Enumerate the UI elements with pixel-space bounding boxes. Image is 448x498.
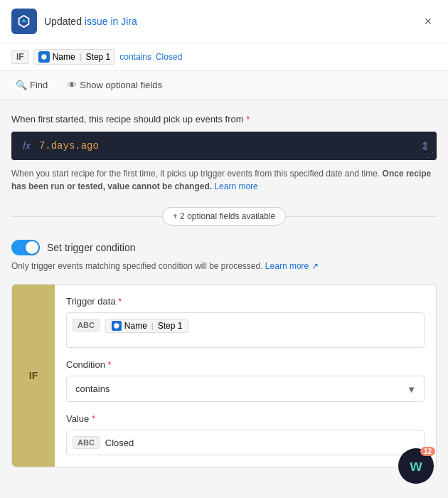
app-icon — [11, 9, 37, 34]
header-title: Updated issue in Jira — [44, 16, 437, 27]
code-value[interactable]: 7.days.ago — [39, 140, 425, 152]
learn-more-link-1[interactable]: Learn more — [214, 181, 257, 191]
optional-fields-button[interactable]: + 2 optional fields available — [162, 207, 286, 226]
step-number: Step 1 — [86, 52, 111, 62]
condition-required: * — [108, 359, 112, 370]
abc-badge-trigger: ABC — [73, 319, 100, 332]
condition-select[interactable]: contains does not contain equals does no… — [66, 376, 425, 402]
if-sidebar: IF — [12, 285, 55, 467]
chat-icon: w — [410, 457, 422, 475]
main-window: Updated issue in Jira × IF Name | Step 1… — [0, 0, 448, 498]
close-button[interactable]: × — [420, 13, 437, 30]
trigger-data-required: * — [118, 296, 122, 307]
external-link-icon: ↗ — [311, 261, 319, 271]
toggle-section: Set trigger condition Only trigger event… — [11, 240, 437, 272]
eye-icon: 👁 — [68, 80, 77, 90]
breadcrumb-value: Closed — [156, 52, 182, 62]
trigger-data-label: Trigger data * — [66, 296, 425, 307]
search-icon: 🔍 — [16, 80, 27, 90]
if-content: Trigger data * ABC Name | Step 1 — [55, 285, 436, 467]
toggle-knob — [26, 241, 38, 254]
find-button[interactable]: 🔍 Find — [11, 77, 52, 93]
trigger-step-tag: Name | Step 1 — [105, 319, 189, 333]
value-label: Value * — [66, 413, 425, 424]
condition-label: Condition * — [66, 359, 425, 370]
toggle-help: Only trigger events matching specified c… — [11, 260, 437, 272]
abc-badge-value: ABC — [73, 436, 100, 449]
if-block: IF Trigger data * ABC N — [11, 284, 437, 467]
if-tag: IF — [11, 50, 29, 64]
show-optional-button[interactable]: 👁 Show optional fields — [63, 77, 166, 93]
toggle-label: Set trigger condition — [47, 242, 136, 253]
step-icon — [38, 51, 50, 63]
code-field[interactable]: fx 7.days.ago ⇕ ⋰ — [11, 132, 437, 160]
trigger-data-input[interactable]: ABC Name | Step 1 — [66, 312, 425, 348]
value-required: * — [92, 413, 95, 424]
main-content: When first started, this recipe should p… — [0, 100, 448, 498]
value-field[interactable]: ABC Closed — [66, 430, 425, 455]
divider-right — [286, 216, 437, 217]
divider-section: + 2 optional fields available — [11, 207, 437, 226]
step-name: Name — [53, 52, 75, 62]
required-star: * — [246, 114, 250, 124]
toolbar: 🔍 Find 👁 Show optional fields — [0, 71, 448, 100]
toggle-row: Set trigger condition — [11, 240, 437, 255]
header-title-link[interactable]: issue in Jira — [85, 16, 137, 27]
find-label: Find — [30, 80, 48, 90]
notification-badge[interactable]: 12 w — [398, 448, 434, 484]
resize-handle[interactable]: ⋰ — [427, 151, 434, 159]
trigger-step-number: Step 1 — [158, 321, 183, 331]
badge-count: 12 — [420, 447, 435, 456]
help-text: When you start recipe for the first time… — [11, 167, 437, 193]
trigger-step-icon — [112, 321, 122, 331]
header: Updated issue in Jira × — [0, 0, 448, 43]
section-label: When first started, this recipe should p… — [11, 114, 437, 124]
value-text: Closed — [105, 438, 134, 448]
learn-more-link-2[interactable]: Learn more ↗ — [265, 261, 319, 271]
breadcrumb: IF Name | Step 1 contains Closed — [0, 43, 448, 71]
trigger-condition-toggle[interactable] — [11, 240, 40, 255]
fx-label: fx — [23, 140, 31, 152]
step-tag: Name | Step 1 — [33, 49, 116, 65]
breadcrumb-condition: contains — [119, 52, 151, 62]
condition-select-wrapper: contains does not contain equals does no… — [66, 376, 425, 402]
step-separator: | — [80, 53, 82, 61]
show-optional-label: Show optional fields — [80, 80, 162, 90]
divider-left — [11, 216, 162, 217]
trigger-step-name: Name — [124, 321, 147, 331]
